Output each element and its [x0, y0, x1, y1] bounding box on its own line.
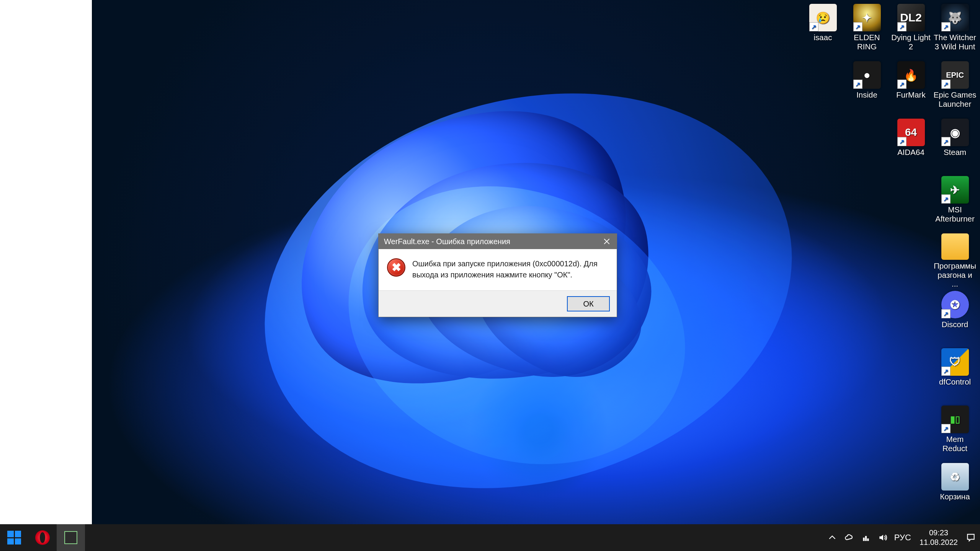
- desktop-icon-epicgames[interactable]: EPIC↗ Epic Games Launcher: [933, 59, 977, 116]
- taskbar-clock[interactable]: 09:23 11.08.2022: [914, 528, 963, 547]
- desktop-icon-label: isaac: [814, 33, 832, 42]
- shortcut-arrow-icon: ↗: [941, 309, 951, 318]
- windows-logo-icon: [7, 531, 21, 544]
- taskbar-left: [0, 524, 85, 551]
- taskbar-app-running[interactable]: [57, 524, 85, 551]
- desktop-icon-label: ELDEN RING: [846, 33, 889, 51]
- taskbar-app-opera[interactable]: [28, 524, 57, 551]
- desktop-icon-dyinglight2[interactable]: DL2↗ Dying Light 2: [889, 2, 933, 59]
- taskbar: РУС 09:23 11.08.2022: [0, 524, 980, 551]
- dialog-footer: ОК: [379, 290, 617, 317]
- desktop-icon-memreduct[interactable]: ▮▯↗ Mem Reduct: [933, 403, 977, 461]
- shortcut-arrow-icon: ↗: [853, 22, 862, 31]
- shortcut-arrow-icon: ↗: [941, 80, 951, 89]
- taskbar-right: РУС 09:23 11.08.2022: [824, 524, 980, 551]
- desktop-icon-label: dfControl: [939, 377, 971, 386]
- desktop-icon-isaac[interactable]: 😢↗ isaac: [801, 2, 845, 59]
- close-icon: [604, 238, 610, 245]
- notification-icon: [966, 533, 976, 543]
- dialog-body: ✖ Ошибка при запуске приложения (0xc0000…: [379, 249, 617, 290]
- folder-icon: [941, 233, 969, 260]
- volume-icon: [878, 533, 888, 543]
- shortcut-arrow-icon: ↗: [897, 137, 906, 146]
- dialog-close-button[interactable]: [597, 234, 617, 249]
- witcher-icon: 🐺↗: [941, 4, 969, 31]
- error-dialog: WerFault.exe - Ошибка приложения ✖ Ошибк…: [378, 233, 617, 317]
- furmark-icon: 🔥↗: [897, 61, 925, 89]
- dialog-titlebar[interactable]: WerFault.exe - Ошибка приложения: [379, 234, 617, 249]
- dfcontrol-icon: 🛡↗: [941, 348, 969, 376]
- dialog-ok-button[interactable]: ОК: [567, 296, 610, 311]
- dialog-message: Ошибка при запуске приложения (0xc000012…: [412, 258, 606, 280]
- desktop-icon-furmark[interactable]: 🔥↗ FurMark: [889, 59, 933, 116]
- desktop-icon-eldenring[interactable]: ✦↗ ELDEN RING: [845, 2, 889, 59]
- shortcut-arrow-icon: ↗: [941, 137, 951, 146]
- clock-date: 11.08.2022: [920, 538, 958, 547]
- desktop-icon-overclock-folder[interactable]: Программы разгона и ...: [933, 231, 977, 289]
- desktop-icon-aida64[interactable]: 64↗ AIDA64: [889, 116, 933, 174]
- desktop-icon-inside[interactable]: ●↗ Inside: [845, 59, 889, 116]
- desktop-icon-label: FurMark: [896, 90, 925, 99]
- desktop-icon-grid: 🐺↗ The Witcher 3 Wild Hunt DL2↗ Dying Li…: [786, 0, 980, 518]
- dialog-title: WerFault.exe - Ошибка приложения: [384, 237, 597, 246]
- epic-games-icon: EPIC↗: [941, 61, 969, 89]
- clock-time: 09:23: [920, 528, 958, 538]
- dying-light-icon: DL2↗: [897, 4, 925, 31]
- tray-overflow-button[interactable]: [824, 524, 841, 551]
- desktop-icon-label: The Witcher 3 Wild Hunt: [934, 33, 977, 51]
- shortcut-arrow-icon: ↗: [809, 22, 818, 31]
- isaac-icon: 😢↗: [809, 4, 837, 31]
- app-window-icon: [64, 531, 77, 544]
- chevron-up-icon: [827, 533, 837, 543]
- desktop-icon-discord[interactable]: ✪↗ Discord: [933, 289, 977, 346]
- elden-ring-icon: ✦↗: [853, 4, 881, 31]
- shortcut-arrow-icon: ↗: [941, 424, 951, 433]
- recycle-bin-icon: ♻: [941, 463, 969, 491]
- background-window-blank[interactable]: [0, 0, 92, 525]
- network-icon: [861, 533, 871, 543]
- start-button[interactable]: [0, 524, 28, 551]
- desktop-icon-label: Dying Light 2: [890, 33, 933, 51]
- inside-icon: ●↗: [853, 61, 881, 89]
- desktop-icon-label: Steam: [944, 148, 966, 157]
- notification-center-button[interactable]: [963, 524, 978, 551]
- shortcut-arrow-icon: ↗: [897, 22, 906, 31]
- shortcut-arrow-icon: ↗: [853, 80, 862, 89]
- steam-icon: ◉↗: [941, 119, 969, 146]
- shortcut-arrow-icon: ↗: [941, 22, 951, 31]
- desktop-icon-label: Mem Reduct: [934, 435, 977, 453]
- desktop-icon-label: Inside: [856, 90, 877, 99]
- desktop-icon-witcher3[interactable]: 🐺↗ The Witcher 3 Wild Hunt: [933, 2, 977, 59]
- language-indicator: РУС: [894, 533, 911, 543]
- shortcut-arrow-icon: ↗: [941, 367, 951, 376]
- shortcut-arrow-icon: ↗: [941, 194, 951, 204]
- desktop-icon-dfcontrol[interactable]: 🛡↗ dfControl: [933, 346, 977, 403]
- cloud-icon: [844, 533, 854, 543]
- aida64-icon: 64↗: [897, 119, 925, 146]
- tray-volume-button[interactable]: [874, 524, 891, 551]
- desktop-icon-label: AIDA64: [897, 148, 924, 157]
- desktop-icon-label: Discord: [942, 320, 969, 329]
- desktop-icon-steam[interactable]: ◉↗ Steam: [933, 116, 977, 174]
- discord-icon: ✪↗: [941, 291, 969, 318]
- mem-reduct-icon: ▮▯↗: [941, 406, 969, 433]
- msi-afterburner-icon: ✈↗: [941, 176, 969, 204]
- shortcut-arrow-icon: ↗: [897, 80, 906, 89]
- desktop-icon-label: Epic Games Launcher: [934, 90, 977, 108]
- opera-icon: [35, 530, 50, 545]
- tray-language-button[interactable]: РУС: [891, 524, 914, 551]
- tray-onedrive-button[interactable]: [841, 524, 858, 551]
- desktop-icon-msiafterburner[interactable]: ✈↗ MSI Afterburner: [933, 174, 977, 231]
- tray-network-button[interactable]: [858, 524, 874, 551]
- desktop-icon-label: MSI Afterburner: [934, 205, 977, 223]
- desktop-icon-recyclebin[interactable]: ♻ Корзина: [933, 461, 977, 518]
- desktop-icon-label: Программы разгона и ...: [934, 261, 977, 289]
- error-icon: ✖: [387, 258, 405, 277]
- desktop-icon-label: Корзина: [940, 492, 970, 501]
